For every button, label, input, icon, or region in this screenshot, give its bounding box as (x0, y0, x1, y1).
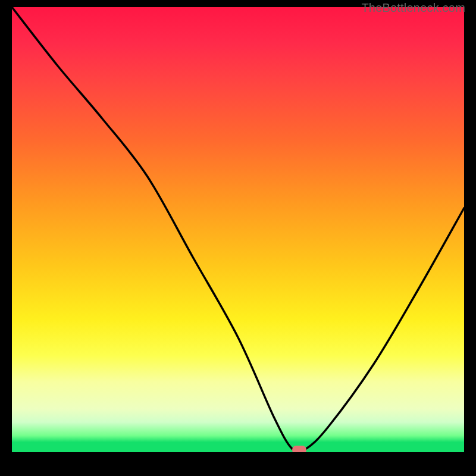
bottleneck-chart: TheBottleneck.com (0, 0, 476, 476)
plot-area (12, 7, 464, 453)
x-axis (12, 452, 464, 453)
curve-svg (12, 7, 464, 453)
watermark-text: TheBottleneck.com (361, 1, 465, 15)
bottleneck-curve-path (12, 7, 464, 452)
